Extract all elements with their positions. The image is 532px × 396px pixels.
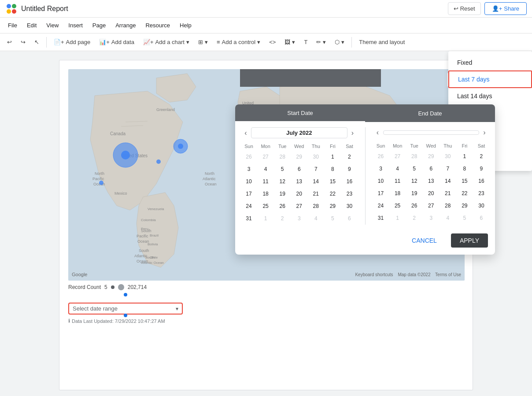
calendar-day[interactable]: 27 xyxy=(257,151,274,163)
image-button[interactable]: 🖼 ▾ xyxy=(281,37,299,47)
shape-button[interactable]: ⬡ ▾ xyxy=(331,37,348,47)
calendar-day[interactable]: 16 xyxy=(341,175,358,188)
cancel-button[interactable]: CANCEL xyxy=(403,233,446,248)
end-date-tab[interactable]: End Date xyxy=(365,104,495,122)
calendar-day-right[interactable]: 12 xyxy=(406,175,423,187)
calendar-day[interactable]: 9 xyxy=(341,163,358,175)
calendar-day[interactable]: 30 xyxy=(307,151,324,163)
calendar-day-right[interactable]: 1 xyxy=(456,150,473,163)
calendar-day-right[interactable]: 4 xyxy=(389,163,406,175)
reset-button[interactable]: ↩ Reset xyxy=(448,2,481,15)
calendar-day-right[interactable]: 31 xyxy=(373,212,389,224)
calendar-day[interactable]: 19 xyxy=(274,188,291,200)
pointer-button[interactable]: ↖ xyxy=(31,37,43,47)
date-handle-bottom[interactable] xyxy=(124,314,127,317)
calendar-day-right[interactable]: 10 xyxy=(373,175,389,187)
calendar-day-right[interactable]: 13 xyxy=(423,175,440,187)
calendar-day-right[interactable]: 2 xyxy=(406,212,423,224)
text-button[interactable]: T xyxy=(300,37,311,47)
calendar-day-right[interactable]: 3 xyxy=(373,163,389,175)
calendar-day-right[interactable]: 11 xyxy=(389,175,406,187)
calendar-day[interactable]: 25 xyxy=(257,200,274,212)
start-date-tab[interactable]: Start Date xyxy=(235,104,365,122)
add-chart-button[interactable]: 📈+ Add a chart ▾ xyxy=(140,37,193,47)
calendar-day[interactable]: 17 xyxy=(240,188,257,200)
calendar-day[interactable]: 12 xyxy=(274,175,291,188)
calendar-day-right[interactable]: 5 xyxy=(456,212,473,224)
add-data-button[interactable]: 📊+ Add data xyxy=(96,37,138,47)
calendar-day[interactable]: 23 xyxy=(341,188,358,200)
calendar-day[interactable]: 4 xyxy=(307,212,324,225)
calendar-day-right[interactable]: 2 xyxy=(473,150,490,163)
calendar-day[interactable]: 14 xyxy=(307,175,324,188)
prev-month-button[interactable]: ‹ xyxy=(240,128,251,138)
calendar-day-right[interactable]: 17 xyxy=(373,187,389,200)
calendar-day-right[interactable]: 8 xyxy=(456,163,473,175)
embed-button[interactable]: <> xyxy=(266,37,279,47)
calendar-day-right[interactable]: 30 xyxy=(440,150,456,163)
calendar-day[interactable]: 11 xyxy=(257,175,274,188)
theme-layout-button[interactable]: Theme and layout xyxy=(355,37,408,47)
date-range-control[interactable]: Select date range ▾ xyxy=(68,303,183,315)
calendar-day-right[interactable]: 15 xyxy=(456,175,473,187)
calendar-day[interactable]: 5 xyxy=(324,212,341,225)
calendar-day-right[interactable]: 5 xyxy=(406,163,423,175)
calendar-day[interactable]: 24 xyxy=(240,200,257,212)
calendar-day-right[interactable]: 6 xyxy=(473,212,490,224)
calendar-day[interactable]: 26 xyxy=(274,200,291,212)
calendar-day[interactable]: 4 xyxy=(257,163,274,175)
line-button[interactable]: ✏ ▾ xyxy=(313,37,329,47)
menu-view[interactable]: View xyxy=(42,20,63,30)
calendar-day[interactable]: 31 xyxy=(240,212,257,225)
calendar-day[interactable]: 1 xyxy=(324,151,341,163)
calendar-day[interactable]: 7 xyxy=(307,163,324,175)
menu-resource[interactable]: Resource xyxy=(141,20,174,30)
menu-help[interactable]: Help xyxy=(175,20,196,30)
calendar-day-right[interactable]: 23 xyxy=(473,187,490,200)
calendar-day-right[interactable]: 20 xyxy=(423,187,440,200)
calendar-day-right[interactable]: 3 xyxy=(423,212,440,224)
calendar-day[interactable]: 2 xyxy=(341,151,358,163)
menu-edit[interactable]: Edit xyxy=(22,20,41,30)
add-control-button[interactable]: ≡ Add a control ▾ xyxy=(213,37,264,47)
calendar-day[interactable]: 3 xyxy=(291,212,307,225)
calendar-day[interactable]: 22 xyxy=(324,188,341,200)
share-button[interactable]: 👤+ Share xyxy=(484,2,527,15)
calendar-day-right[interactable]: 28 xyxy=(406,150,423,163)
calendar-day[interactable]: 21 xyxy=(307,188,324,200)
menu-arrange[interactable]: Arrange xyxy=(111,20,140,30)
calendar-day[interactable]: 29 xyxy=(291,151,307,163)
calendar-day[interactable]: 15 xyxy=(324,175,341,188)
calendar-day[interactable]: 18 xyxy=(257,188,274,200)
calendar-day[interactable]: 27 xyxy=(291,200,307,212)
calendar-day[interactable]: 3 xyxy=(240,163,257,175)
calendar-day-right[interactable]: 6 xyxy=(423,163,440,175)
calendar-day-right[interactable]: 9 xyxy=(473,163,490,175)
calendar-day-right[interactable]: 18 xyxy=(389,187,406,200)
dropdown-item-last14[interactable]: Last 14 days xyxy=(448,88,532,104)
calendar-day-right[interactable]: 14 xyxy=(440,175,456,187)
calendar-day[interactable]: 5 xyxy=(274,163,291,175)
calendar-day-right[interactable]: 22 xyxy=(456,187,473,200)
menu-file[interactable]: File xyxy=(4,20,22,30)
calendar-day[interactable]: 30 xyxy=(341,200,358,212)
redo-button[interactable]: ↪ xyxy=(17,37,29,47)
calendar-day-right[interactable]: 19 xyxy=(406,187,423,200)
calendar-day[interactable]: 20 xyxy=(291,188,307,200)
date-handle-top[interactable] xyxy=(124,293,127,296)
calendar-day[interactable]: 8 xyxy=(324,163,341,175)
calendar-day-right[interactable]: 30 xyxy=(473,200,490,212)
calendar-day[interactable]: 6 xyxy=(291,163,307,175)
dropdown-item-fixed[interactable]: Fixed xyxy=(448,55,532,70)
apply-button[interactable]: APPLY xyxy=(451,233,488,248)
calendar-day[interactable]: 26 xyxy=(240,151,257,163)
calendar-day-right[interactable]: 26 xyxy=(406,200,423,212)
calendar-day-right[interactable]: 25 xyxy=(389,200,406,212)
calendar-day-right[interactable]: 16 xyxy=(473,175,490,187)
calendar-day-right[interactable]: 7 xyxy=(440,163,456,175)
calendar-day-right[interactable]: 24 xyxy=(373,200,389,212)
add-scorecard-button[interactable]: ⊞ ▾ xyxy=(195,37,211,47)
calendar-day[interactable]: 1 xyxy=(257,212,274,225)
undo-button[interactable]: ↩ xyxy=(4,37,15,47)
next-month-button[interactable]: › xyxy=(347,128,358,138)
